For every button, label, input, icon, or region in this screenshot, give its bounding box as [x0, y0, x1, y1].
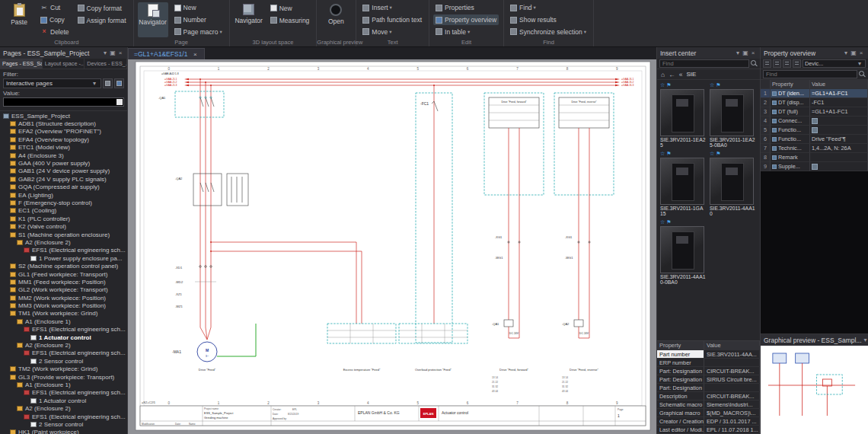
tree-item[interactable]: EFA2 (Overview "PROFINET")	[0, 128, 127, 136]
part-property-row[interactable]: Creator / Creation ... EDP / 31.01.2017 …	[657, 417, 760, 426]
tree-item[interactable]: S2 (Machine operation control panel)	[0, 262, 127, 270]
path-function-text-button[interactable]: Path function text	[360, 14, 424, 26]
page-navigator-button[interactable]: Navigator	[138, 2, 168, 37]
product-card[interactable]: ☆ ⚑ SIE.3RV2011-1GA15	[659, 151, 707, 219]
copy-button[interactable]: Copy	[38, 14, 72, 26]
filter-toggle-button[interactable]	[114, 78, 124, 88]
tree-item[interactable]: EFS1 (Electrical engineering sch...	[0, 247, 127, 254]
page-macro-button[interactable]: Page macro▾	[172, 26, 225, 37]
tree-item[interactable]: EFA4 (Overview topology)	[0, 136, 127, 143]
tree-item[interactable]: 2 Sensor control	[0, 420, 127, 428]
part-property-row[interactable]: Schematic macro Siemens\Industri...	[657, 400, 760, 409]
property-search-input[interactable]	[763, 70, 857, 78]
part-property-row[interactable]: Graphical macro $(MD_MACROS)\...	[657, 409, 760, 417]
tree-item[interactable]: GAB2 (24 V supply PLC signals)	[0, 175, 127, 183]
part-property-row[interactable]: Part: Designation 3	[657, 384, 760, 392]
tree-item[interactable]: HK1 (Paint workpiece)	[0, 429, 127, 434]
tree-item[interactable]: 2 Sensor control	[0, 357, 127, 365]
measuring-button[interactable]: Measuring	[268, 14, 312, 26]
tree-item[interactable]: MM3 (Work workpiece: Position)	[0, 302, 127, 309]
tree-item[interactable]: GL1 (Feed workpiece: Transport)	[0, 270, 127, 278]
tree-item[interactable]: MM2 (Work workpiece: Position)	[0, 294, 127, 302]
tree-item[interactable]: 1 Actuator control	[0, 333, 127, 341]
panel-tab[interactable]: Pages - ESS_Sa...	[0, 59, 43, 69]
part-property-row[interactable]: Part: Designation 2 SIRIUS Circuit bre..…	[657, 375, 760, 384]
favorite-star-icon[interactable]: ☆	[710, 151, 714, 158]
tree-item[interactable]: F (Emergency-stop control)	[0, 199, 127, 206]
tree-item[interactable]: K2 (Valve control)	[0, 222, 127, 230]
tree-item[interactable]: ETC1 (Model view)	[0, 144, 127, 152]
tree-item[interactable]: 1 Power supply enclosure pa...	[0, 254, 127, 262]
insert-text-button[interactable]: Insert▾	[360, 2, 424, 14]
tree-item[interactable]: ESS_Sample_Project	[0, 112, 127, 120]
chevron-down-icon[interactable]: ▾	[101, 49, 109, 56]
favorite-star-icon[interactable]: ☆	[660, 151, 665, 158]
tree-item[interactable]: GQA (Compressed air supply)	[0, 183, 127, 191]
list-view-icon[interactable]	[763, 59, 771, 68]
bookmark-flag-icon[interactable]: ⚑	[666, 82, 671, 89]
part-property-row[interactable]: ERP number	[657, 359, 760, 367]
tree-item[interactable]: K1 (PLC controller)	[0, 215, 127, 222]
editor-tab[interactable]: =GL1+A1&EFS1/1 ×	[128, 48, 205, 59]
page-number-button[interactable]: Number	[172, 14, 225, 26]
tree-item[interactable]: EFS1 (Electrical engineering sch...	[0, 389, 127, 397]
tree-item[interactable]: GAB1 (24 V device power supply)	[0, 168, 127, 175]
tree-item[interactable]: MM1 (Feed workpiece: Position)	[0, 278, 127, 286]
tree-item[interactable]: EA (Lighting)	[0, 191, 127, 199]
part-property-row[interactable]: Last editor / Modi... EPL / 11.07.2018 1…	[657, 426, 760, 434]
chevron-down-icon[interactable]: ▾	[734, 49, 742, 56]
paste-button[interactable]: Paste	[4, 2, 34, 37]
property-overview-row[interactable]: 5 Functio...	[761, 126, 868, 135]
favorite-star-icon[interactable]: ☆	[710, 82, 714, 89]
tree-view-icon[interactable]	[773, 59, 781, 68]
favorite-star-icon[interactable]: ☆	[660, 82, 665, 89]
back-icon[interactable]: ←	[669, 71, 675, 78]
schematic-drawing[interactable]: 00112233445566778899 =GAB-A42:1.8	[128, 59, 656, 434]
bookmark-flag-icon[interactable]: ⚑	[716, 82, 720, 89]
tree-item[interactable]: A4 (Enclosure 3)	[0, 152, 127, 159]
part-property-row[interactable]: Part: Designation 1 CIRCUIT-BREAK...	[657, 367, 760, 375]
assign-format-button[interactable]: Assign format	[75, 14, 129, 26]
schematic-canvas[interactable]: 00112233445566778899 =GAB-A42:1.8	[128, 59, 656, 434]
tree-item[interactable]: GL2 (Work workpiece: Transport)	[0, 286, 127, 294]
product-card[interactable]: ☆ ⚑ SIE.3RV2011-4AA10-0BA0	[659, 219, 707, 287]
value-input[interactable]	[3, 97, 124, 107]
delete-button[interactable]: ×Delete	[38, 26, 72, 37]
bookmark-flag-icon[interactable]: ⚑	[716, 151, 720, 158]
property-overview-row[interactable]: 6 Functio... Drive "Feed"¶	[761, 135, 868, 144]
tree-item[interactable]: A1 (Enclosure 1)	[0, 318, 127, 325]
pin-icon[interactable]: ▣	[109, 49, 116, 56]
copy-format-button[interactable]: Copy format	[75, 2, 129, 14]
property-overview-row[interactable]: 4 Connec...	[761, 116, 868, 126]
tree-item[interactable]: S1 (Machine operation enclosure)	[0, 231, 127, 238]
bookmark-flag-icon[interactable]: ⚑	[666, 219, 671, 226]
close-icon[interactable]: ×	[857, 49, 865, 56]
chevron-down-icon[interactable]: ▾	[842, 49, 850, 56]
property-overview-button[interactable]: Property overview	[433, 14, 499, 26]
device-filter-dropdown[interactable]: Devic... ▾	[803, 59, 866, 68]
breadcrumb[interactable]: SIE	[686, 71, 696, 78]
pin-icon[interactable]: ▣	[742, 49, 749, 56]
part-property-row[interactable]: Part number SIE.3RV2011-4AA...	[657, 350, 760, 359]
filter-dropdown[interactable]: Interactive pages ▾	[3, 78, 101, 88]
tree-item[interactable]: ADB1 (Structure description)	[0, 120, 127, 127]
tree-item[interactable]: EFS1 (Electrical engineering sch...	[0, 326, 127, 333]
filter-edit-button[interactable]	[103, 78, 113, 88]
product-card[interactable]: ☆ ⚑ SIE.3RV2011-1EA25	[659, 82, 707, 150]
favorite-star-icon[interactable]: ☆	[660, 219, 665, 226]
bookmark-flag-icon[interactable]: ⚑	[666, 151, 671, 158]
close-icon[interactable]: ×	[191, 51, 199, 58]
tree-item[interactable]: A2 (Enclosure 2)	[0, 238, 127, 246]
tree-item[interactable]: 1 Actuator control	[0, 397, 127, 404]
tree-item[interactable]: EC1 (Cooling)	[0, 207, 127, 215]
tree-item[interactable]: A2 (Enclosure 2)	[0, 341, 127, 349]
open-preview-button[interactable]: Open	[321, 2, 351, 37]
tree-item[interactable]: A1 (Enclosure 1)	[0, 381, 127, 388]
close-icon[interactable]: ×	[116, 49, 124, 56]
property-overview-row[interactable]: 3 DT (full) =GL1+A1-FC1	[761, 107, 868, 116]
cut-button[interactable]: ✂Cut	[38, 2, 72, 14]
property-overview-row[interactable]: 9 Supple...	[761, 162, 868, 171]
close-icon[interactable]: ×	[749, 49, 757, 56]
tree-item[interactable]: GAA (400 V power supply)	[0, 159, 127, 167]
property-overview-row[interactable]: 2 DT (disp... -FC1	[761, 98, 868, 107]
